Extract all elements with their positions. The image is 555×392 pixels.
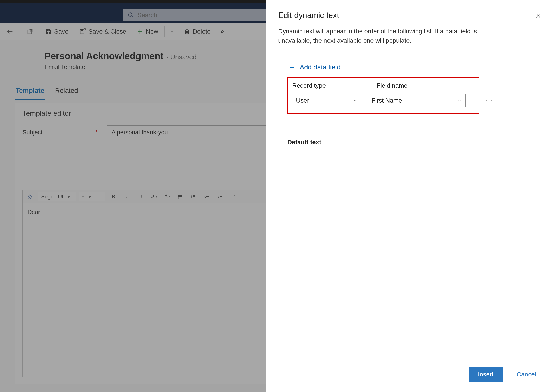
- row-more-menu[interactable]: ⋯: [486, 96, 493, 104]
- cancel-button[interactable]: Cancel: [508, 367, 545, 382]
- chevron-down-icon: [457, 98, 462, 103]
- insert-button[interactable]: Insert: [468, 367, 503, 382]
- field-name-header: Field name: [377, 82, 475, 89]
- record-type-header: Record type: [292, 82, 370, 89]
- default-text-label: Default text: [287, 139, 343, 146]
- edit-dynamic-text-panel: Edit dynamic text Dynamic text will appe…: [266, 0, 555, 392]
- default-text-input[interactable]: [352, 136, 534, 149]
- record-type-select[interactable]: User: [292, 94, 361, 107]
- panel-description: Dynamic text will appear in the order of…: [266, 23, 511, 45]
- field-name-value: First Name: [372, 97, 402, 104]
- record-type-value: User: [296, 97, 309, 104]
- data-fields-group: ＋ Add data field Record type Field name …: [278, 55, 543, 122]
- chevron-down-icon: [353, 98, 357, 103]
- panel-title: Edit dynamic text: [278, 11, 533, 20]
- plus-icon: ＋: [288, 62, 296, 72]
- add-data-field-label: Add data field: [300, 63, 340, 71]
- add-data-field-button[interactable]: ＋ Add data field: [287, 61, 534, 74]
- field-row-highlight: Record type Field name User First Name: [287, 77, 479, 114]
- panel-footer: Insert Cancel: [266, 360, 555, 392]
- default-text-group: Default text: [278, 130, 543, 155]
- close-button[interactable]: [533, 11, 543, 21]
- field-name-select[interactable]: First Name: [368, 94, 466, 107]
